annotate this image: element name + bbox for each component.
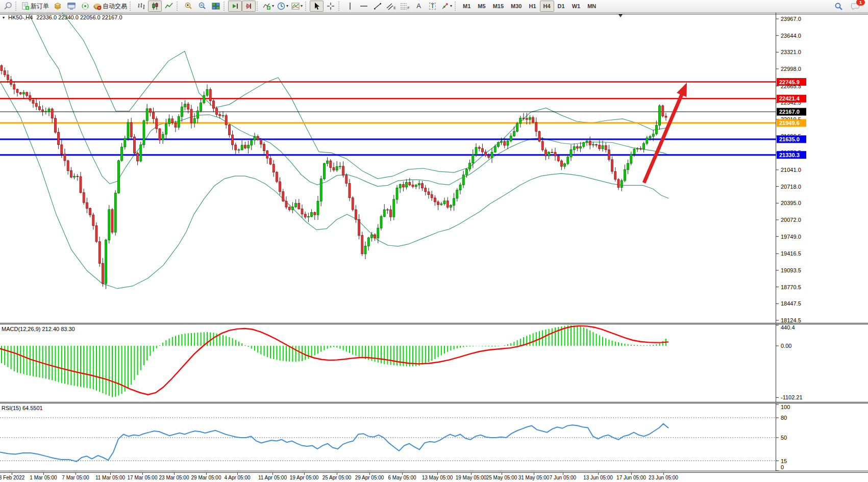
rsi-tick-label: 100 xyxy=(781,404,790,410)
toolbar-grip[interactable] xyxy=(305,2,308,11)
label-tool-glyph: T xyxy=(429,3,436,10)
text-tool[interactable]: A xyxy=(412,1,426,12)
price-tick-label: 23967.0 xyxy=(781,16,801,22)
rsi-tick-label: 80 xyxy=(781,415,787,421)
time-tick-label: 11 Mar 05:00 xyxy=(95,475,125,480)
timeframe-toolbar: M1M5M15M30H1H4D1W1MN xyxy=(459,1,600,12)
time-tick-label: 19 May 05:00 xyxy=(456,475,487,480)
channel-subscript: E xyxy=(393,6,396,10)
search-icon[interactable] xyxy=(832,1,846,12)
bar-chart-mode-button[interactable] xyxy=(134,1,148,12)
new-order-label: 新订单 xyxy=(31,2,49,11)
line-chart-mode-button[interactable] xyxy=(162,1,176,12)
chart-title: ▾ HK50-,H4 22336.0 22340.0 22056.0 22167… xyxy=(3,14,122,20)
auto-trading-button[interactable]: 自动交易 xyxy=(92,1,129,12)
chart-shift-marker xyxy=(618,14,623,17)
data-window-icon[interactable] xyxy=(64,1,78,12)
time-tick-label: 17 Mar 05:00 xyxy=(128,475,158,480)
time-tick-label: 7 Mar 05:00 xyxy=(62,475,89,480)
price-tick-label: 19749.0 xyxy=(781,234,801,240)
horizontal-line-tool[interactable] xyxy=(357,1,370,12)
market-watch-icon[interactable] xyxy=(51,1,64,12)
zoom-in-button[interactable] xyxy=(181,1,195,12)
timeframe-button-m15[interactable]: M15 xyxy=(489,1,507,12)
timeframe-button-w1[interactable]: W1 xyxy=(568,1,584,12)
svg-text:22745.9: 22745.9 xyxy=(779,79,800,85)
fibonacci-tool[interactable]: F xyxy=(398,1,412,12)
tile-windows-icon[interactable] xyxy=(209,1,222,12)
price-tick-label: 18770.5 xyxy=(781,284,801,290)
ohlc-readout: 22336.0 22340.0 22056.0 22167.0 xyxy=(36,14,122,20)
auto-scroll-button[interactable] xyxy=(228,1,242,12)
time-tick-label: 31 May 05:00 xyxy=(518,475,550,480)
macd-canvas[interactable]: 440.40.00-1102.21 xyxy=(0,324,868,402)
text-tool-glyph: A xyxy=(416,3,421,9)
timeframe-button-m1[interactable]: M1 xyxy=(459,1,474,12)
chevron-down-icon[interactable]: ▾ xyxy=(286,4,288,8)
crosshair-tool-button[interactable] xyxy=(324,1,337,12)
text-label-tool[interactable]: T xyxy=(426,1,439,12)
price-tick-label: 18447.5 xyxy=(781,300,801,307)
time-tick-label: 7 Jun 05:00 xyxy=(550,475,576,480)
timeframe-button-m5[interactable]: M5 xyxy=(474,1,489,12)
time-tick-label: 19 Apr 05:00 xyxy=(290,475,319,480)
toolbar-grip[interactable] xyxy=(455,2,458,11)
time-tick-label: 1 Mar 05:00 xyxy=(30,475,57,480)
trendline-tool[interactable] xyxy=(370,1,384,12)
main-chart-canvas[interactable]: 23967.023644.023321.022998.022665.522342… xyxy=(0,13,868,323)
timeframe-button-m30[interactable]: M30 xyxy=(507,1,525,12)
time-tick-label: 29 Apr 05:00 xyxy=(355,475,384,480)
price-tick-label: 19093.5 xyxy=(781,267,801,273)
time-tick-label: 23 Mar 05:00 xyxy=(159,475,189,480)
rsi-tick-label: 50 xyxy=(781,435,787,441)
svg-text:21330.3: 21330.3 xyxy=(779,152,800,158)
chevron-down-icon[interactable]: ▾ xyxy=(301,4,303,8)
clipped-chart-icon[interactable] xyxy=(1,1,14,12)
chart-shift-button[interactable] xyxy=(242,1,256,12)
price-tick-label: 23321.0 xyxy=(781,49,801,55)
zoom-out-button[interactable] xyxy=(195,1,209,12)
time-tick-label: 25 May 05:00 xyxy=(486,475,517,480)
price-tick-label: 20395.0 xyxy=(781,200,801,206)
macd-tick-label: 0.00 xyxy=(781,343,791,349)
one-click-trading-toggle[interactable]: ▾ xyxy=(3,15,5,20)
timeframe-button-h1[interactable]: H1 xyxy=(525,1,539,12)
toolbar-grip[interactable] xyxy=(224,2,227,11)
time-axis[interactable]: 3 Feb 20221 Mar 05:007 Mar 05:0011 Mar 0… xyxy=(0,472,868,482)
timeframe-button-h4[interactable]: H4 xyxy=(540,1,554,12)
svg-text:21635.0: 21635.0 xyxy=(779,136,800,142)
toolbar: 新订单 自动交易 xyxy=(0,0,868,13)
notifications-chat-button[interactable]: 1 xyxy=(849,1,862,12)
chevron-down-icon[interactable]: ▾ xyxy=(272,4,274,8)
macd-indicator-label: MACD(12,26,9) 212.40 83.30 xyxy=(2,326,75,332)
vertical-line-tool[interactable] xyxy=(343,1,357,12)
svg-text:22421.4: 22421.4 xyxy=(779,95,800,102)
timeframe-button-mn[interactable]: MN xyxy=(584,1,600,12)
new-order-button[interactable]: 新订单 xyxy=(20,1,51,12)
price-tick-label: 20072.0 xyxy=(781,217,801,223)
price-tick-label: 19416.5 xyxy=(781,250,801,257)
candlestick-mode-button[interactable] xyxy=(148,1,162,12)
price-tick-label: 21041.0 xyxy=(781,167,801,173)
trend-arrow-head xyxy=(677,83,687,97)
timeframe-button-d1[interactable]: D1 xyxy=(554,1,568,12)
fibo-subscript: F xyxy=(407,6,409,10)
equidistant-channel-tool[interactable]: E xyxy=(384,1,398,12)
toolbar-grip[interactable] xyxy=(130,2,133,11)
templates-button[interactable]: ▾ xyxy=(290,1,304,12)
periods-button[interactable]: ▾ xyxy=(276,1,290,12)
toolbar-grip[interactable] xyxy=(15,2,18,11)
time-tick-label: 3 Feb 2022 xyxy=(0,475,24,480)
arrows-tool[interactable]: ▾ xyxy=(439,1,454,12)
toolbar-grip[interactable] xyxy=(257,2,260,11)
indicators-button[interactable]: ▾ xyxy=(261,1,276,12)
time-tick-label: 23 Jun 05:00 xyxy=(649,475,678,480)
cursor-tool-button[interactable] xyxy=(310,1,324,12)
time-tick-label: 6 May 05:00 xyxy=(388,475,416,480)
rsi-canvas[interactable]: 1008050150 xyxy=(0,403,868,471)
toolbar-grip[interactable] xyxy=(338,2,341,11)
chevron-down-icon[interactable]: ▾ xyxy=(450,4,452,8)
navigator-icon[interactable] xyxy=(78,1,92,12)
price-tick-label: 22998.0 xyxy=(781,66,801,72)
toolbar-grip[interactable] xyxy=(177,2,180,11)
